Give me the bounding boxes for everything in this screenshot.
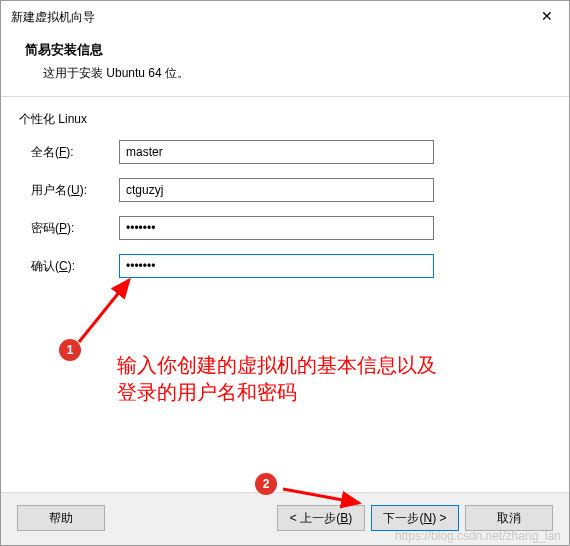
confirm-input[interactable]: [119, 254, 434, 278]
next-button[interactable]: 下一步(N) >: [371, 505, 459, 531]
svg-line-0: [79, 280, 129, 342]
wizard-dialog: 新建虚拟机向导 ✕ 简易安装信息 这用于安装 Ubuntu 64 位。 个性化 …: [0, 0, 570, 546]
wizard-body: 个性化 Linux 全名(F): 用户名(U): 密码(P): 确认(C):: [1, 97, 569, 492]
row-fullname: 全名(F):: [19, 140, 551, 164]
help-button[interactable]: 帮助: [17, 505, 105, 531]
wizard-header: 简易安装信息 这用于安装 Ubuntu 64 位。: [1, 33, 569, 97]
cancel-button[interactable]: 取消: [465, 505, 553, 531]
window-title: 新建虚拟机向导: [11, 9, 95, 26]
label-fullname: 全名(F):: [19, 144, 119, 161]
titlebar: 新建虚拟机向导 ✕: [1, 1, 569, 33]
section-label: 个性化 Linux: [19, 111, 551, 128]
username-input[interactable]: [119, 178, 434, 202]
header-title: 简易安装信息: [25, 41, 545, 59]
row-confirm: 确认(C):: [19, 254, 551, 278]
password-input[interactable]: [119, 216, 434, 240]
annotation-text-line2: 登录的用户名和密码: [117, 379, 297, 405]
row-password: 密码(P):: [19, 216, 551, 240]
header-subtitle: 这用于安装 Ubuntu 64 位。: [25, 65, 545, 82]
annotation-text-line1: 输入你创建的虚拟机的基本信息以及: [117, 352, 437, 378]
close-icon: ✕: [541, 8, 553, 24]
label-confirm: 确认(C):: [19, 258, 119, 275]
back-button[interactable]: < 上一步(B): [277, 505, 365, 531]
fullname-input[interactable]: [119, 140, 434, 164]
annotation-badge-1: 1: [59, 339, 81, 361]
watermark: https://blog.csdn.net/zhang_lan: [395, 529, 561, 543]
label-password: 密码(P):: [19, 220, 119, 237]
close-button[interactable]: ✕: [525, 1, 569, 31]
label-username: 用户名(U):: [19, 182, 119, 199]
row-username: 用户名(U):: [19, 178, 551, 202]
annotation-arrow-1: [71, 272, 151, 352]
